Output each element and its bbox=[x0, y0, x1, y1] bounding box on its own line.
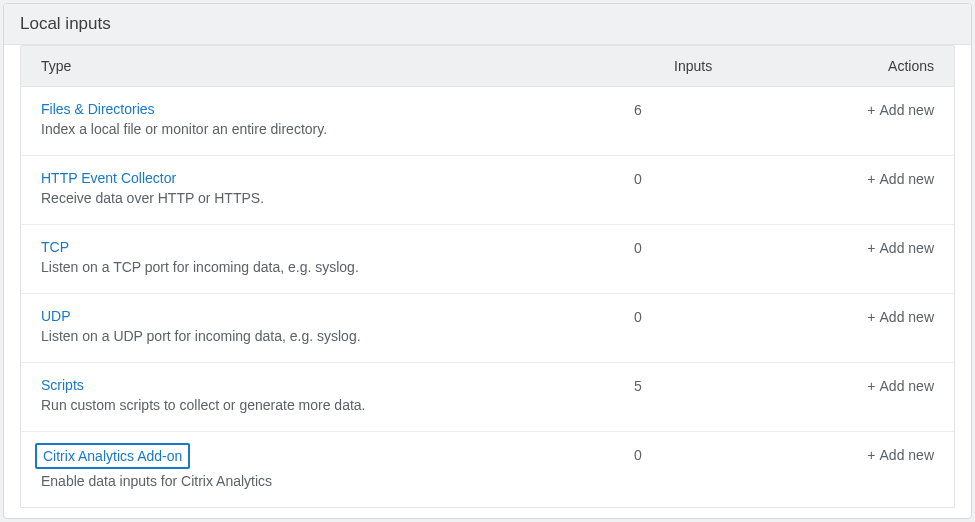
actions-cell: +Add new bbox=[774, 239, 934, 257]
add-new-button[interactable]: +Add new bbox=[867, 240, 934, 256]
plus-icon: + bbox=[867, 310, 875, 324]
add-new-button[interactable]: +Add new bbox=[867, 378, 934, 394]
input-type-description: Index a local file or monitor an entire … bbox=[41, 121, 634, 137]
inputs-count: 5 bbox=[634, 377, 774, 394]
add-new-label: Add new bbox=[880, 240, 934, 256]
actions-cell: +Add new bbox=[774, 101, 934, 119]
plus-icon: + bbox=[867, 241, 875, 255]
plus-icon: + bbox=[867, 103, 875, 117]
add-new-button[interactable]: +Add new bbox=[867, 171, 934, 187]
add-new-label: Add new bbox=[880, 171, 934, 187]
row-type-cell: Citrix Analytics Add-onEnable data input… bbox=[41, 446, 634, 489]
actions-cell: +Add new bbox=[774, 446, 934, 464]
row-type-cell: UDPListen on a UDP port for incoming dat… bbox=[41, 308, 634, 344]
input-type-description: Run custom scripts to collect or generat… bbox=[41, 397, 634, 413]
col-header-inputs: Inputs bbox=[654, 46, 794, 86]
row-type-cell: TCPListen on a TCP port for incoming dat… bbox=[41, 239, 634, 275]
add-new-label: Add new bbox=[880, 378, 934, 394]
table-row: UDPListen on a UDP port for incoming dat… bbox=[20, 294, 955, 363]
row-type-cell: HTTP Event CollectorReceive data over HT… bbox=[41, 170, 634, 206]
table-row: Files & DirectoriesIndex a local file or… bbox=[20, 87, 955, 156]
row-type-cell: Files & DirectoriesIndex a local file or… bbox=[41, 101, 634, 137]
inputs-count: 0 bbox=[634, 446, 774, 463]
input-type-description: Receive data over HTTP or HTTPS. bbox=[41, 190, 634, 206]
inputs-table: Type Inputs Actions Files & DirectoriesI… bbox=[4, 45, 971, 519]
input-type-link[interactable]: Scripts bbox=[41, 377, 84, 393]
table-header-row: Type Inputs Actions bbox=[20, 45, 955, 87]
input-type-link[interactable]: UDP bbox=[41, 308, 71, 324]
input-type-link[interactable]: Citrix Analytics Add-on bbox=[35, 443, 190, 469]
actions-cell: +Add new bbox=[774, 377, 934, 395]
inputs-count: 6 bbox=[634, 101, 774, 118]
col-header-actions: Actions bbox=[794, 46, 954, 86]
table-row: TCPListen on a TCP port for incoming dat… bbox=[20, 225, 955, 294]
add-new-label: Add new bbox=[880, 102, 934, 118]
add-new-label: Add new bbox=[880, 309, 934, 325]
add-new-button[interactable]: +Add new bbox=[867, 309, 934, 325]
local-inputs-panel: Local inputs Type Inputs Actions Files &… bbox=[3, 3, 972, 519]
row-type-cell: ScriptsRun custom scripts to collect or … bbox=[41, 377, 634, 413]
inputs-count: 0 bbox=[634, 170, 774, 187]
add-new-label: Add new bbox=[880, 447, 934, 463]
table-row: ScriptsRun custom scripts to collect or … bbox=[20, 363, 955, 432]
actions-cell: +Add new bbox=[774, 308, 934, 326]
input-type-description: Enable data inputs for Citrix Analytics bbox=[41, 473, 634, 489]
table-row: Citrix Analytics Add-onEnable data input… bbox=[20, 432, 955, 508]
table-row: HTTP Event CollectorReceive data over HT… bbox=[20, 156, 955, 225]
input-type-link[interactable]: TCP bbox=[41, 239, 69, 255]
input-type-description: Listen on a UDP port for incoming data, … bbox=[41, 328, 634, 344]
input-type-link[interactable]: HTTP Event Collector bbox=[41, 170, 176, 186]
actions-cell: +Add new bbox=[774, 170, 934, 188]
plus-icon: + bbox=[867, 379, 875, 393]
input-type-description: Listen on a TCP port for incoming data, … bbox=[41, 259, 634, 275]
panel-title: Local inputs bbox=[4, 4, 971, 45]
inputs-count: 0 bbox=[634, 239, 774, 256]
add-new-button[interactable]: +Add new bbox=[867, 447, 934, 463]
plus-icon: + bbox=[867, 448, 875, 462]
col-header-type: Type bbox=[21, 46, 654, 86]
plus-icon: + bbox=[867, 172, 875, 186]
input-type-link[interactable]: Files & Directories bbox=[41, 101, 155, 117]
add-new-button[interactable]: +Add new bbox=[867, 102, 934, 118]
inputs-count: 0 bbox=[634, 308, 774, 325]
